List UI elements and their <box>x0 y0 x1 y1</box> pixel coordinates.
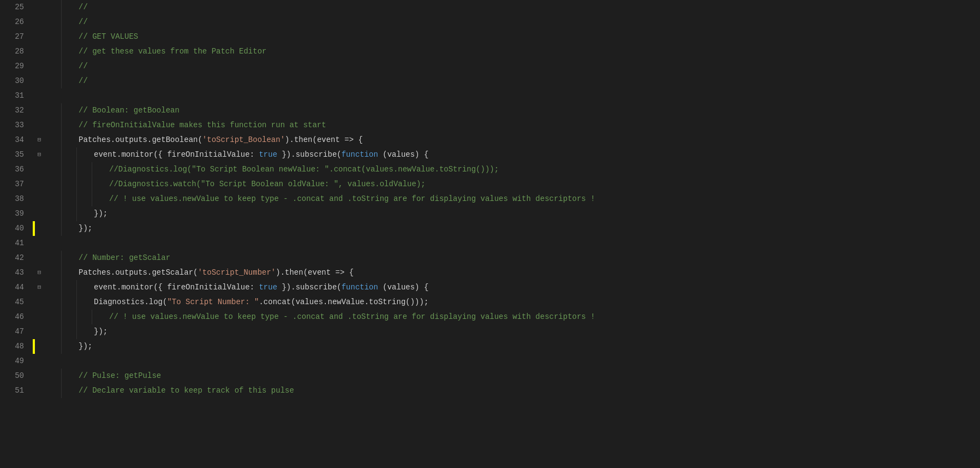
indent-guide <box>92 162 107 177</box>
code-token: true <box>259 150 277 159</box>
indent-guide <box>46 74 61 88</box>
line-gutter: ⊟ <box>33 265 46 280</box>
line-number: 45 <box>0 295 33 310</box>
line-number: 37 <box>0 177 33 192</box>
code-tokens: // <box>76 59 980 74</box>
code-token: 'toScript_Number' <box>198 268 276 277</box>
table-row: 36//Diagnostics.log("To Script Boolean n… <box>0 162 980 177</box>
table-row: 31 <box>0 88 980 103</box>
code-area: // ! use values.newValue to keep type - … <box>46 192 980 206</box>
code-editor: 25//26//27// GET VALUES28// get these va… <box>0 0 980 468</box>
line-gutter <box>33 59 46 74</box>
indent-guide <box>76 192 92 206</box>
code-tokens: event.monitor({ fireOnInitialValue: true… <box>92 280 980 295</box>
line-number: 38 <box>0 192 33 206</box>
code-area: }); <box>46 206 980 221</box>
indent-guide <box>92 310 107 324</box>
code-area <box>46 88 980 103</box>
table-row: 41 <box>0 236 980 251</box>
table-row: 46// ! use values.newValue to keep type … <box>0 310 980 324</box>
indent-guide <box>61 383 76 398</box>
code-token: }); <box>79 342 92 351</box>
indent-guide <box>61 59 76 74</box>
line-number: 25 <box>0 0 33 15</box>
table-row: 39}); <box>0 206 980 221</box>
code-token: // GET VALUES <box>79 32 138 41</box>
table-row: 45Diagnostics.log("To Script Number: ".c… <box>0 295 980 310</box>
table-row: 29// <box>0 59 980 74</box>
table-row: 28// get these values from the Patch Edi… <box>0 44 980 59</box>
fold-button[interactable]: ⊟ <box>38 280 41 295</box>
code-area: //Diagnostics.log("To Script Boolean new… <box>46 162 980 177</box>
indent-guide <box>76 147 92 162</box>
line-gutter <box>33 0 46 15</box>
indent-guide <box>76 310 92 324</box>
code-token: Diagnostics.log( <box>94 298 167 306</box>
fold-button[interactable]: ⊟ <box>38 147 41 162</box>
line-gutter <box>33 221 46 236</box>
line-gutter <box>33 354 46 369</box>
table-row: 32// Boolean: getBoolean <box>0 103 980 118</box>
indent-guide <box>61 0 76 15</box>
code-token: event.monitor({ fireOnInitialValue: <box>94 150 259 159</box>
indent-guide <box>46 177 61 192</box>
line-number: 28 <box>0 44 33 59</box>
table-row: 33// fireOnInitialValue makes this funct… <box>0 118 980 133</box>
code-tokens: // ! use values.newValue to keep type - … <box>107 192 980 206</box>
code-token: true <box>259 283 277 292</box>
line-gutter <box>33 177 46 192</box>
indent-guide <box>76 280 92 295</box>
code-token: // ! use values.newValue to keep type - … <box>109 194 595 203</box>
code-token: // Number: getScalar <box>79 253 170 262</box>
code-tokens: // Pulse: getPulse <box>76 369 980 383</box>
line-gutter <box>33 324 46 339</box>
fold-button[interactable]: ⊟ <box>38 265 41 280</box>
code-token: // Boolean: getBoolean <box>79 106 180 115</box>
line-gutter <box>33 251 46 265</box>
table-row: 34⊟Patches.outputs.getBoolean('toScript_… <box>0 133 980 147</box>
indent-guide <box>76 206 92 221</box>
table-row: 48}); <box>0 339 980 354</box>
code-area: // Boolean: getBoolean <box>46 103 980 118</box>
indent-guide <box>46 324 61 339</box>
table-row: 49 <box>0 354 980 369</box>
code-area: // GET VALUES <box>46 29 980 44</box>
code-tokens: // Declare variable to keep track of thi… <box>76 383 980 398</box>
indent-guide <box>61 133 76 147</box>
code-token: }); <box>94 327 107 336</box>
code-tokens: event.monitor({ fireOnInitialValue: true… <box>92 147 980 162</box>
code-area: }); <box>46 324 980 339</box>
line-number: 43 <box>0 265 33 280</box>
indent-guide <box>46 369 61 383</box>
code-tokens: // fireOnInitialValue makes this functio… <box>76 118 980 133</box>
fold-button[interactable]: ⊟ <box>38 133 41 147</box>
code-token: // <box>79 17 88 26</box>
code-token: Patches.outputs.getScalar( <box>79 268 198 277</box>
indent-guide <box>61 339 76 354</box>
line-gutter <box>33 310 46 324</box>
indent-guide <box>61 251 76 265</box>
line-gutter: ⊟ <box>33 147 46 162</box>
indent-guide <box>61 221 76 236</box>
line-gutter <box>33 192 46 206</box>
line-number: 49 <box>0 354 33 369</box>
code-area <box>46 354 980 369</box>
line-gutter <box>33 103 46 118</box>
table-row: 40}); <box>0 221 980 236</box>
yellow-bar <box>33 339 35 354</box>
indent-guide <box>61 265 76 280</box>
line-gutter <box>33 206 46 221</box>
indent-guide <box>92 177 107 192</box>
indent-guide <box>61 103 76 118</box>
line-number: 34 <box>0 133 33 147</box>
line-number: 26 <box>0 15 33 29</box>
indent-guide <box>46 162 61 177</box>
table-row: 44⊟event.monitor({ fireOnInitialValue: t… <box>0 280 980 295</box>
line-number: 36 <box>0 162 33 177</box>
indent-guide <box>61 369 76 383</box>
indent-guide <box>61 162 76 177</box>
table-row: 47}); <box>0 324 980 339</box>
code-token: ).then(event => { <box>285 135 363 144</box>
code-area: event.monitor({ fireOnInitialValue: true… <box>46 147 980 162</box>
line-gutter <box>33 29 46 44</box>
